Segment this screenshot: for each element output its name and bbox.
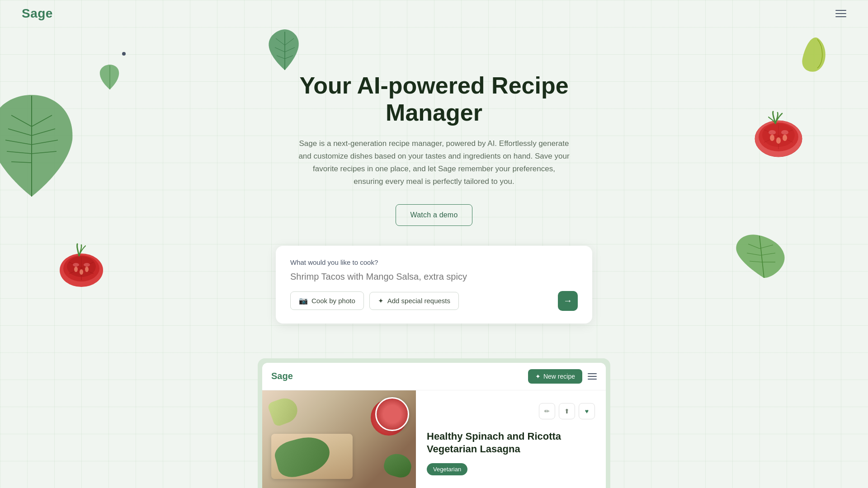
leaf-top-center	[262, 27, 303, 74]
recipe-title-area: Healthy Spinach and Ricotta Vegetarian L…	[427, 427, 595, 456]
app-menu-icon[interactable]	[588, 373, 597, 380]
recipe-card: ✏ ⬆ ♥ Healthy Spinach and Ricotta Vegeta…	[262, 390, 606, 488]
svg-line-25	[764, 130, 793, 142]
svg-line-44	[747, 253, 760, 255]
svg-point-27	[781, 130, 788, 135]
leaf-small-left	[97, 63, 122, 92]
edit-icon: ✏	[544, 408, 550, 415]
recipe-actions: ✏ ⬆ ♥	[427, 403, 595, 419]
svg-line-46	[760, 245, 773, 249]
svg-line-35	[69, 262, 94, 274]
sparkle-icon: ✦	[535, 373, 541, 380]
special-requests-label: Add special requests	[387, 297, 450, 305]
leaf-top-right	[796, 34, 827, 76]
svg-line-10	[8, 129, 32, 136]
cook-by-photo-button[interactable]: 📷 Cook by photo	[290, 291, 364, 310]
search-card: What would you like to cook? 📷 Cook by p…	[276, 246, 592, 324]
new-recipe-button[interactable]: ✦ New recipe	[528, 369, 582, 384]
menu-icon[interactable]	[835, 10, 846, 17]
logo: Sage	[22, 6, 53, 21]
svg-point-28	[770, 135, 774, 141]
app-navbar: Sage ✦ New recipe	[262, 363, 606, 390]
arrow-right-icon: →	[563, 296, 572, 306]
tomato-decor	[375, 397, 409, 431]
watch-demo-button[interactable]: Watch a demo	[396, 204, 473, 226]
hero-title: Your AI-powered Recipe Manager	[276, 72, 592, 127]
svg-point-38	[84, 263, 90, 267]
svg-point-22	[762, 123, 795, 147]
sparkle-icon: ✦	[378, 297, 384, 305]
cook-by-photo-label: Cook by photo	[311, 297, 355, 305]
svg-point-31	[60, 253, 103, 287]
svg-line-17	[32, 151, 57, 154]
svg-line-15	[32, 129, 55, 136]
svg-line-11	[5, 140, 32, 145]
tomato-left	[57, 239, 106, 289]
svg-line-2	[275, 47, 285, 52]
svg-point-39	[74, 267, 78, 272]
svg-point-19	[755, 121, 802, 157]
svg-line-3	[285, 38, 294, 45]
camera-icon: 📷	[299, 296, 308, 305]
svg-line-36	[69, 262, 94, 274]
svg-line-24	[764, 130, 793, 142]
food-decor	[271, 434, 353, 479]
share-button[interactable]: ⬆	[559, 403, 575, 419]
herb-decor	[382, 451, 414, 480]
svg-line-45	[750, 261, 761, 262]
svg-point-21	[759, 122, 798, 151]
recipe-content: ✏ ⬆ ♥ Healthy Spinach and Ricotta Vegeta…	[416, 390, 606, 488]
search-actions: 📷 Cook by photo ✦ Add special requests →	[290, 291, 578, 311]
navbar: Sage	[0, 0, 868, 27]
search-label: What would you like to cook?	[290, 258, 578, 266]
svg-point-18	[755, 121, 802, 157]
submit-button[interactable]: →	[558, 291, 578, 311]
heart-icon: ♥	[585, 408, 589, 415]
recipe-title: Healthy Spinach and Ricotta Vegetarian L…	[427, 430, 595, 456]
app-navbar-right: ✦ New recipe	[528, 369, 597, 384]
search-input[interactable]	[290, 272, 578, 282]
tomato-right	[750, 106, 805, 160]
leaf-large-left	[0, 90, 77, 201]
svg-line-47	[760, 253, 775, 255]
svg-point-20	[755, 121, 802, 157]
svg-line-5	[277, 56, 285, 59]
recipe-image	[262, 390, 416, 488]
app-preview-outer: Sage ✦ New recipe	[258, 358, 610, 488]
leaf-decor	[267, 394, 301, 427]
svg-line-42	[760, 236, 764, 278]
share-icon: ⬆	[564, 408, 570, 415]
new-recipe-label: New recipe	[543, 373, 575, 380]
svg-point-41	[80, 269, 83, 275]
edit-button[interactable]: ✏	[539, 403, 555, 419]
svg-line-16	[32, 140, 58, 145]
recipe-tag: Vegetarian	[427, 463, 467, 475]
svg-point-32	[63, 255, 99, 282]
svg-line-9	[11, 115, 32, 127]
app-preview-container: Sage ✦ New recipe	[258, 358, 610, 488]
recipe-tag-area: Vegetarian	[427, 463, 595, 475]
heart-button[interactable]: ♥	[579, 403, 595, 419]
svg-line-1	[276, 38, 285, 45]
special-requests-button[interactable]: ✦ Add special requests	[369, 292, 459, 310]
svg-line-4	[285, 47, 295, 52]
leaf-right-bottom	[732, 230, 791, 282]
svg-point-26	[769, 130, 776, 135]
app-logo: Sage	[271, 371, 293, 381]
svg-point-30	[776, 137, 781, 144]
svg-point-29	[783, 135, 787, 141]
svg-line-6	[285, 56, 293, 59]
main-content: Your AI-powered Recipe Manager Sage is a…	[276, 72, 592, 324]
svg-point-40	[85, 267, 89, 272]
svg-line-43	[748, 244, 760, 249]
svg-point-33	[67, 256, 96, 277]
svg-line-14	[32, 115, 52, 127]
svg-line-12	[7, 151, 32, 154]
svg-line-13	[11, 162, 32, 163]
dot-decor	[122, 52, 126, 56]
hero-subtitle: Sage is a next-generation recipe manager…	[298, 137, 570, 188]
svg-point-37	[73, 263, 79, 267]
app-preview-inner: Sage ✦ New recipe	[262, 363, 606, 488]
